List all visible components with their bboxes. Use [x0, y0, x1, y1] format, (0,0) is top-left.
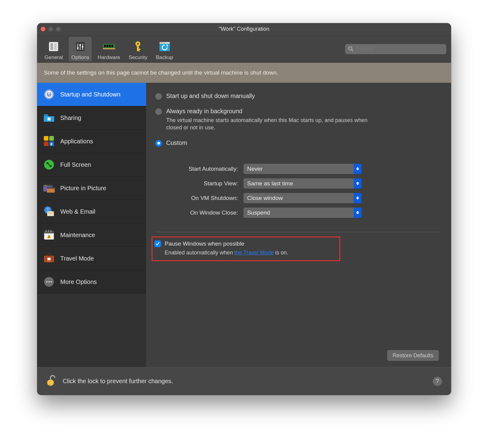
sidebar-item-startup[interactable]: Startup and Shutdown	[37, 83, 146, 106]
dropdown-start-automatically[interactable]: Never	[244, 164, 362, 174]
lock-icon[interactable]	[46, 374, 57, 388]
options-sidebar: Startup and Shutdown Sharing e Applicati…	[37, 83, 146, 367]
sidebar-item-sharing[interactable]: Sharing	[37, 106, 146, 130]
toolbar-tab-security[interactable]: Security	[126, 37, 150, 61]
svg-rect-57	[45, 256, 47, 262]
svg-rect-13	[109, 45, 111, 47]
toolbar-tab-hardware[interactable]: Hardware	[95, 37, 123, 61]
svg-rect-0	[49, 42, 58, 51]
divider	[155, 232, 439, 232]
sidebar-item-label: Applications	[60, 138, 93, 145]
sidebar-item-label: Travel Mode	[60, 255, 94, 262]
calendar-warning-icon	[43, 229, 55, 241]
svg-rect-19	[139, 49, 140, 50]
svg-rect-15	[103, 48, 115, 49]
toolbar-tab-general[interactable]: General	[42, 37, 65, 61]
switch-icon	[46, 39, 61, 54]
toolbar-label: Security	[129, 54, 147, 61]
svg-rect-53	[49, 236, 49, 237]
chevron-up-down-icon	[354, 178, 362, 189]
sidebar-item-label: Picture in Picture	[60, 185, 106, 192]
toolbar-tab-backup[interactable]: Backup	[153, 37, 176, 61]
search-icon	[348, 46, 354, 52]
key-icon	[131, 39, 145, 54]
suitcase-icon	[43, 252, 55, 265]
checkbox-icon	[154, 240, 161, 247]
dropdown-startup-view[interactable]: Same as last time	[244, 178, 362, 189]
preferences-toolbar: General Options Hardware Security Backup	[37, 35, 451, 63]
toolbar-tab-options[interactable]: Options	[69, 37, 92, 61]
checkbox-pause-windows[interactable]: Pause Windows when possible	[154, 240, 331, 247]
sidebar-item-label: Maintenance	[60, 232, 95, 239]
svg-rect-2	[54, 43, 57, 50]
ram-icon	[102, 39, 116, 54]
radio-label: Always ready in background	[166, 108, 379, 115]
svg-point-22	[161, 42, 162, 43]
svg-rect-54	[49, 237, 49, 238]
sidebar-item-maintenance[interactable]: Maintenance	[37, 223, 146, 247]
svg-rect-51	[48, 230, 49, 232]
dropdown-value: Never	[247, 166, 263, 172]
help-icon: ?	[436, 378, 439, 384]
sidebar-item-applications[interactable]: e Applications	[37, 130, 146, 153]
search-input[interactable]	[356, 45, 443, 52]
svg-rect-58	[51, 256, 53, 262]
toolbar-label: General	[44, 54, 63, 61]
svg-rect-11	[104, 45, 106, 47]
svg-rect-32	[47, 117, 51, 121]
dropdown-value: Suspend	[247, 209, 270, 216]
svg-rect-1	[51, 43, 53, 50]
search-field[interactable]	[345, 44, 446, 54]
chevron-up-down-icon	[354, 208, 362, 218]
folder-icon	[43, 111, 55, 124]
radio-label: Custom	[166, 139, 187, 146]
sidebar-item-travel[interactable]: Travel Mode	[37, 247, 146, 270]
field-label: Startup View:	[164, 180, 244, 187]
svg-rect-14	[111, 45, 113, 47]
toolbar-label: Backup	[156, 54, 173, 61]
apps-icon: e	[43, 135, 55, 148]
custom-settings: Start Automatically: Never Startup View:…	[164, 159, 439, 222]
sidebar-item-label: Web & Email	[60, 208, 95, 215]
dropdown-value: Same as last time	[247, 180, 293, 187]
field-label: Start Automatically:	[164, 166, 244, 172]
dropdown-on-vm-shutdown[interactable]: Close window	[244, 193, 362, 203]
field-label: On Window Close:	[164, 209, 244, 216]
svg-point-26	[349, 47, 352, 50]
svg-rect-9	[82, 46, 83, 47]
help-button[interactable]: ?	[433, 377, 442, 386]
main-area: Startup and Shutdown Sharing e Applicati…	[37, 83, 451, 367]
configuration-window: "Work" Configuration General Options Har…	[37, 23, 451, 395]
svg-point-61	[46, 281, 48, 283]
svg-point-23	[162, 42, 163, 43]
svg-rect-35	[44, 142, 48, 146]
svg-point-41	[44, 185, 45, 186]
radio-icon	[155, 93, 162, 100]
svg-line-27	[352, 50, 353, 51]
sidebar-item-pip[interactable]: Picture in Picture	[37, 177, 146, 200]
sidebar-item-webemail[interactable]: Web & Email	[37, 200, 146, 223]
backup-icon	[157, 39, 172, 54]
row-on-vm-shutdown: On VM Shutdown: Close window	[164, 193, 439, 203]
radio-manual[interactable]: Start up and shut down manually	[155, 93, 439, 100]
radio-background[interactable]: Always ready in background The virtual m…	[155, 108, 439, 131]
chevron-up-down-icon	[354, 164, 362, 174]
row-startup-view: Startup View: Same as last time	[164, 178, 439, 189]
sidebar-item-fullscreen[interactable]: Full Screen	[37, 153, 146, 177]
pip-icon	[43, 182, 55, 194]
travel-mode-link[interactable]: the Travel Mode	[234, 250, 274, 256]
dropdown-on-window-close[interactable]: Suspend	[244, 208, 362, 218]
radio-custom[interactable]: Custom	[155, 139, 439, 147]
svg-rect-34	[49, 136, 54, 141]
footer: Click the lock to prevent further change…	[37, 367, 451, 395]
sidebar-item-more[interactable]: More Options	[37, 270, 146, 294]
sliders-icon	[73, 39, 88, 54]
sidebar-item-label: More Options	[60, 278, 97, 285]
titlebar: "Work" Configuration	[37, 23, 451, 35]
svg-point-42	[45, 185, 46, 186]
restore-defaults-button[interactable]: Restore Defaults	[387, 350, 439, 361]
chevron-up-down-icon	[354, 193, 362, 203]
sidebar-item-label: Sharing	[60, 114, 81, 121]
radio-label: Start up and shut down manually	[166, 93, 255, 100]
window-title: "Work" Configuration	[37, 26, 451, 32]
